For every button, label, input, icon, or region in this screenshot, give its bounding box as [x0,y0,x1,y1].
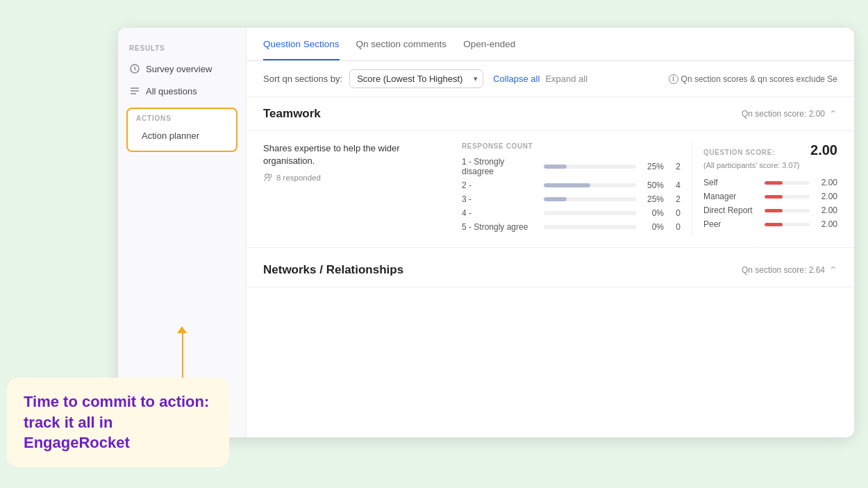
score-row-bar-wrap-direct-report [765,209,810,212]
resp-label-3: 4 - [462,208,538,218]
sidebar-item-action-planner[interactable]: Action planner [128,126,236,145]
networks-score-label: Qn section score: 2.64 ⌃ [742,264,837,276]
teamwork-section-header[interactable]: Teamwork Qn section score: 2.00 ⌃ [247,97,854,131]
info-icon: i [669,74,678,84]
response-row-1: 2 - 50% 4 [462,180,681,190]
score-row-value-peer: 2.00 [815,219,837,229]
resp-bar-wrap-3 [544,211,636,215]
info-text: i Qn section scores & qn scores exclude … [669,74,837,84]
response-row-4: 5 - Strongly agree 0% 0 [462,222,681,232]
score-row-value-direct-report: 2.00 [815,205,837,215]
resp-pct-2: 25% [642,194,664,204]
resp-label-4: 5 - Strongly agree [462,222,538,232]
info-text-label: Qn section scores & qn scores exclude Se [681,74,837,84]
resp-count-4: 0 [669,222,681,232]
filter-bar: Sort qn sections by: Score (Lowest To Hi… [247,61,854,97]
sections-content: Teamwork Qn section score: 2.00 ⌃ Shares… [247,97,854,437]
resp-count-2: 2 [669,194,681,204]
score-row-bar-manager [765,195,783,199]
resp-bar-0 [544,165,567,169]
tooltip-text: Time to commit to action: track it all i… [24,392,212,453]
sort-label: Sort qn sections by: [263,74,342,84]
score-section: QUESTION SCORE: 2.00 (All participants' … [692,142,837,236]
main-window: RESULTS Survey overview All questions [118,28,854,437]
resp-bar-wrap-2 [544,197,636,201]
response-row-3: 4 - 0% 0 [462,208,681,218]
networks-chevron: ⌃ [829,264,837,276]
resp-label-0: 1 - Strongly disagree [462,157,538,176]
responded-badge: 8 responded [263,173,451,183]
score-row-bar-wrap-manager [765,195,810,199]
sort-select-wrapper[interactable]: Score (Lowest To Highest) [349,69,483,88]
sidebar-actions-section: ACTIONS Action planner [126,108,237,152]
resp-bar-1 [544,183,590,187]
expand-all-button[interactable]: Expand all [545,74,587,84]
sidebar-item-all-questions[interactable]: All questions [118,80,246,102]
score-row-value-manager: 2.00 [815,192,837,201]
score-row-bar-peer [765,223,783,226]
sidebar-survey-overview-label: Survey overview [146,64,212,74]
teamwork-score-label: Qn section score: 2.00 ⌃ [742,108,837,119]
networks-title: Networks / Relationships [263,263,403,277]
resp-count-3: 0 [669,208,681,218]
sidebar-actions-label: ACTIONS [128,115,236,126]
resp-bar-2 [544,197,567,201]
tab-qn-section-comments[interactable]: Qn section comments [356,29,447,60]
resp-bar-wrap-1 [544,183,636,187]
question-left: Shares expertise to help the wider organ… [263,142,451,236]
teamwork-chevron: ⌃ [829,108,837,119]
tabs-bar: Question Sections Qn section comments Op… [247,28,854,61]
resp-count-1: 4 [669,180,681,190]
score-row-label-self: Self [703,178,759,187]
svg-point-9 [268,175,271,178]
response-section: RESPONSE COUNT 1 - Strongly disagree 25%… [462,142,681,236]
sidebar-results-label: RESULTS [118,44,246,58]
score-row-manager: Manager 2.00 [703,192,837,201]
score-row-label-direct-report: Direct Report [703,205,759,215]
score-row-bar-wrap-self [765,181,810,185]
sidebar-action-planner-label: Action planner [142,131,199,141]
score-row-self: Self 2.00 [703,178,837,187]
score-row-bar-direct-report [765,209,783,212]
arrow-head [177,326,187,333]
resp-pct-1: 50% [642,180,664,190]
response-row-2: 3 - 25% 2 [462,194,681,204]
response-row-0: 1 - Strongly disagree 25% 2 [462,157,681,176]
sidebar-item-survey-overview[interactable]: Survey overview [118,58,246,80]
score-row-label-peer: Peer [703,219,759,229]
tab-open-ended[interactable]: Open-ended [463,29,515,60]
sort-select[interactable]: Score (Lowest To Highest) [349,69,483,88]
response-count-label: RESPONSE COUNT [462,142,681,150]
tab-question-sections[interactable]: Question Sections [263,29,340,60]
score-row-peer: Peer 2.00 [703,219,837,229]
score-row-direct-report: Direct Report 2.00 [703,205,837,215]
resp-bar-wrap-0 [544,165,636,169]
resp-pct-0: 25% [642,162,664,171]
tooltip-box: Time to commit to action: track it all i… [7,378,229,467]
sidebar-all-questions-label: All questions [146,86,197,96]
resp-count-0: 2 [669,162,681,171]
filter-actions: Collapse all Expand all [493,74,587,84]
question-text: Shares expertise to help the wider organ… [263,142,451,167]
main-content: Question Sections Qn section comments Op… [247,28,854,437]
score-value: 2.00 [810,142,837,158]
question-row-teamwork: Shares expertise to help the wider organ… [247,131,854,248]
score-row-bar-self [765,181,783,185]
score-row-label-manager: Manager [703,192,759,201]
all-questions-icon [129,85,140,96]
score-label-text: QUESTION SCORE: [703,149,775,156]
score-label-row: QUESTION SCORE: 2.00 [703,142,837,158]
score-row-value-self: 2.00 [815,178,837,187]
networks-section-header[interactable]: Networks / Relationships Qn section scor… [247,253,854,287]
score-row-bar-wrap-peer [765,223,810,226]
resp-label-1: 2 - [462,180,538,190]
collapse-all-button[interactable]: Collapse all [493,74,540,84]
teamwork-title: Teamwork [263,107,321,121]
resp-bar-wrap-4 [544,225,636,229]
resp-pct-4: 0% [642,222,664,232]
resp-pct-3: 0% [642,208,664,218]
responded-icon [263,173,273,183]
survey-overview-icon [129,63,140,74]
resp-label-2: 3 - [462,194,538,204]
all-participants-score: (All participants' score: 3.07) [703,161,837,169]
